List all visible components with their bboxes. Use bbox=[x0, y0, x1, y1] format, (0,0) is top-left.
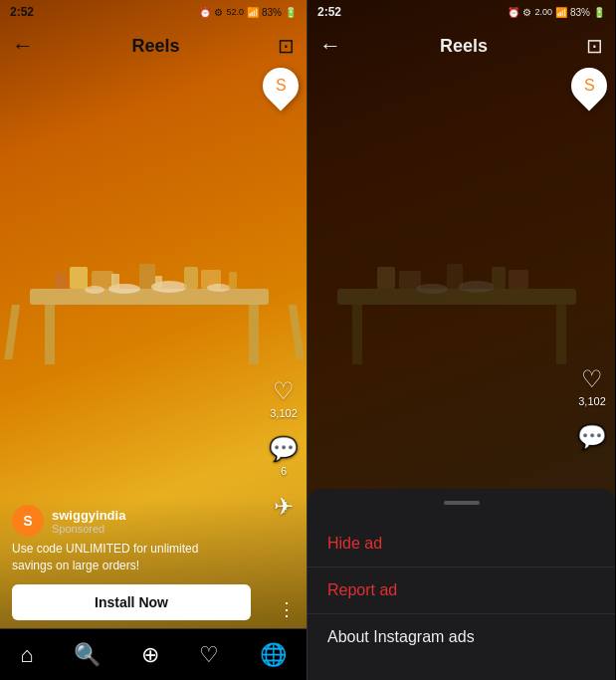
camera-icon[interactable]: ⊡ bbox=[278, 34, 295, 58]
like-count: 3,102 bbox=[270, 407, 298, 419]
comment-button[interactable]: 💬 6 bbox=[269, 435, 299, 477]
advertiser-avatar: S bbox=[12, 505, 44, 537]
status-bar: 2:52 ⏰ ⚙ 52.0 📶 83% 🔋 bbox=[0, 0, 307, 24]
svg-point-14 bbox=[207, 284, 231, 292]
svg-rect-15 bbox=[111, 274, 119, 289]
brand-pin: S bbox=[263, 68, 299, 104]
svg-rect-2 bbox=[249, 305, 259, 364]
status-time-right: 2:52 bbox=[317, 5, 341, 19]
page-title: Reels bbox=[131, 36, 179, 57]
status-time: 2:52 bbox=[10, 5, 34, 19]
activity-nav-icon[interactable]: ♡ bbox=[199, 642, 219, 668]
bottom-sheet-menu: Hide ad Report ad About Instagram ads bbox=[308, 489, 615, 680]
svg-rect-5 bbox=[70, 267, 88, 289]
heart-icon: ♡ bbox=[273, 377, 295, 405]
right-phone-panel: 2:52 ⏰ ⚙ 2.00 📶 83% 🔋 ← Reels ⊡ S ♡ 3,10… bbox=[308, 0, 615, 680]
svg-rect-1 bbox=[45, 305, 55, 364]
advertiser-info: swiggyindia Sponsored bbox=[52, 508, 125, 535]
ad-caption: Use code UNLIMITED for unlimited savings… bbox=[12, 541, 231, 574]
action-buttons-right: ♡ 3,102 💬 bbox=[577, 365, 607, 451]
hide-ad-item[interactable]: Hide ad bbox=[308, 521, 615, 567]
svg-point-13 bbox=[85, 286, 104, 294]
heart-icon-right: ♡ bbox=[581, 365, 603, 393]
sheet-handle bbox=[444, 501, 480, 505]
svg-rect-3 bbox=[4, 305, 20, 359]
create-nav-icon[interactable]: ⊕ bbox=[141, 642, 159, 668]
advertiser-row: S swiggyindia Sponsored bbox=[12, 505, 295, 537]
camera-icon-right[interactable]: ⊡ bbox=[586, 34, 603, 58]
svg-rect-0 bbox=[30, 289, 269, 305]
top-nav: ← Reels ⊡ bbox=[0, 24, 307, 68]
page-title-right: Reels bbox=[440, 36, 488, 57]
like-button-right[interactable]: ♡ 3,102 bbox=[578, 365, 606, 407]
status-icons: ⏰ ⚙ 52.0 📶 83% 🔋 bbox=[199, 7, 297, 18]
comment-count: 6 bbox=[281, 465, 287, 477]
brand-pin-right: S bbox=[571, 68, 607, 104]
comment-icon-right: 💬 bbox=[577, 423, 607, 451]
comment-button-right[interactable]: 💬 bbox=[577, 423, 607, 451]
left-phone-panel: 2:52 ⏰ ⚙ 52.0 📶 83% 🔋 ← Reels ⊡ S ♡ 3,10… bbox=[0, 0, 308, 680]
install-now-button[interactable]: Install Now bbox=[12, 584, 251, 620]
brand-logo-right: S bbox=[584, 77, 595, 95]
svg-rect-4 bbox=[289, 305, 305, 359]
sponsored-label: Sponsored bbox=[52, 523, 125, 535]
advertiser-name[interactable]: swiggyindia bbox=[52, 508, 125, 523]
svg-rect-17 bbox=[229, 272, 237, 289]
profile-nav-icon[interactable]: 🌐 bbox=[260, 642, 287, 668]
report-ad-item[interactable]: Report ad bbox=[308, 567, 615, 614]
back-button[interactable]: ← bbox=[12, 33, 34, 59]
about-ads-item[interactable]: About Instagram ads bbox=[308, 614, 615, 660]
status-bar-right: 2:52 ⏰ ⚙ 2.00 📶 83% 🔋 bbox=[308, 0, 615, 24]
like-count-right: 3,102 bbox=[578, 395, 606, 407]
svg-rect-10 bbox=[184, 267, 198, 289]
svg-rect-16 bbox=[155, 276, 162, 289]
search-nav-icon[interactable]: 🔍 bbox=[74, 642, 101, 668]
like-button[interactable]: ♡ 3,102 bbox=[270, 377, 298, 419]
top-nav-right: ← Reels ⊡ bbox=[308, 24, 615, 68]
home-nav-icon[interactable]: ⌂ bbox=[20, 642, 33, 668]
status-icons-right: ⏰ ⚙ 2.00 📶 83% 🔋 bbox=[508, 7, 605, 18]
svg-rect-12 bbox=[55, 273, 67, 289]
bottom-navigation: ⌂ 🔍 ⊕ ♡ 🌐 bbox=[0, 628, 307, 680]
comment-icon: 💬 bbox=[269, 435, 299, 463]
brand-logo: S bbox=[276, 77, 287, 95]
more-options-button[interactable]: ⋮ bbox=[278, 598, 297, 620]
back-button-right[interactable]: ← bbox=[319, 33, 341, 59]
